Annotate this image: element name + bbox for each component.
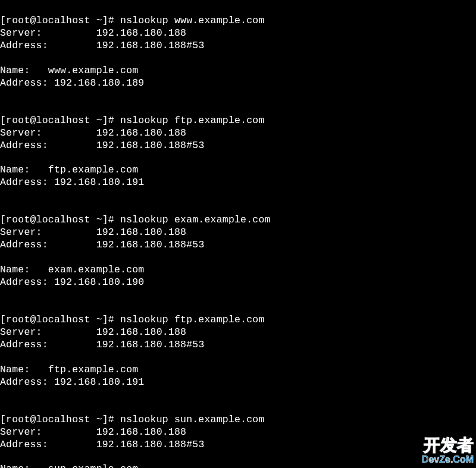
server-label: Server: <box>0 127 42 139</box>
server-ip: 192.168.180.188 <box>96 127 187 139</box>
result-address-label: Address: <box>0 277 48 288</box>
server-address: 192.168.180.188#53 <box>96 40 205 51</box>
result-address-label: Address: <box>0 77 48 89</box>
resolved-name: exam.example.com <box>48 264 145 275</box>
resolved-name: ftp.example.com <box>48 164 139 175</box>
server-address: 192.168.180.188#53 <box>96 439 205 450</box>
command-text: nslookup ftp.example.com <box>120 314 264 325</box>
command-text: nslookup ftp.example.com <box>120 115 264 126</box>
lookup-block: [root@localhost ~]# nslookup www.example… <box>0 15 476 90</box>
server-ip: 192.168.180.188 <box>96 326 187 338</box>
command-text: nslookup sun.example.com <box>120 414 264 425</box>
address-label: Address: <box>0 239 48 250</box>
resolved-address: 192.168.180.191 <box>54 376 145 388</box>
terminal-output: [root@localhost ~]# nslookup www.example… <box>0 2 476 468</box>
lookup-block: [root@localhost ~]# nslookup ftp.example… <box>0 314 476 389</box>
resolved-address: 192.168.180.189 <box>54 77 145 89</box>
address-label: Address: <box>0 140 48 151</box>
prompt[interactable]: [root@localhost ~]# <box>0 15 120 26</box>
result-address-label: Address: <box>0 376 48 388</box>
resolved-address: 192.168.180.190 <box>54 277 145 288</box>
prompt[interactable]: [root@localhost ~]# <box>0 115 120 126</box>
server-ip: 192.168.180.188 <box>96 426 187 438</box>
server-label: Server: <box>0 326 42 338</box>
server-address: 192.168.180.188#53 <box>96 339 205 350</box>
server-label: Server: <box>0 27 42 39</box>
server-address: 192.168.180.188#53 <box>96 239 205 250</box>
server-label: Server: <box>0 426 42 438</box>
server-label: Server: <box>0 227 42 238</box>
address-label: Address: <box>0 40 48 51</box>
name-label: Name: <box>0 164 30 175</box>
resolved-name: sun.example.com <box>48 463 139 468</box>
command-text: nslookup www.example.com <box>120 15 264 26</box>
command-text: nslookup exam.example.com <box>120 214 271 225</box>
result-address-label: Address: <box>0 177 48 188</box>
prompt[interactable]: [root@localhost ~]# <box>0 314 120 325</box>
server-address: 192.168.180.188#53 <box>96 140 205 151</box>
resolved-name: www.example.com <box>48 65 139 76</box>
name-label: Name: <box>0 364 30 375</box>
lookup-block: [root@localhost ~]# nslookup exam.exampl… <box>0 214 476 289</box>
lookup-block: [root@localhost ~]# nslookup sun.example… <box>0 414 476 468</box>
address-label: Address: <box>0 439 48 450</box>
lookup-block: [root@localhost ~]# nslookup ftp.example… <box>0 115 476 190</box>
name-label: Name: <box>0 264 30 275</box>
server-ip: 192.168.180.188 <box>96 227 187 238</box>
address-label: Address: <box>0 339 48 350</box>
name-label: Name: <box>0 65 30 76</box>
prompt[interactable]: [root@localhost ~]# <box>0 214 120 225</box>
prompt[interactable]: [root@localhost ~]# <box>0 414 120 425</box>
server-ip: 192.168.180.188 <box>96 27 187 39</box>
resolved-name: ftp.example.com <box>48 364 139 375</box>
resolved-address: 192.168.180.191 <box>54 177 145 188</box>
name-label: Name: <box>0 463 30 468</box>
